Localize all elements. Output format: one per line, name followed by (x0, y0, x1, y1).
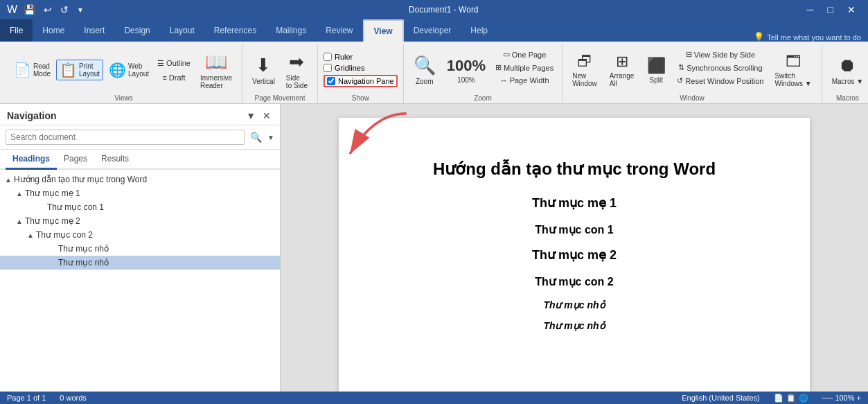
one-page-button[interactable]: ▭ One Page (493, 49, 556, 60)
tab-view[interactable]: View (363, 19, 404, 42)
tree-item-h2-me2[interactable]: ▲ Thư mục mẹ 2 (0, 214, 280, 228)
tree-arrow-h1-main: ▲ (3, 176, 14, 184)
side-to-side-button[interactable]: ➡ Sideto Side (282, 46, 312, 94)
search-input[interactable] (6, 130, 245, 145)
views-group-label: Views (6, 94, 242, 102)
new-window-button[interactable]: 🗗 NewWindow (568, 46, 601, 94)
tree-item-h3-con1[interactable]: ▶ Thư mục con 1 (0, 200, 280, 214)
outline-icon: ☰ (157, 59, 164, 68)
print-layout-button[interactable]: 📋 PrintLayout (56, 60, 103, 80)
close-btn[interactable]: ✕ (842, 3, 861, 17)
navigation-pane-checkbox[interactable] (327, 77, 335, 85)
reset-window-icon: ↺ (677, 76, 683, 85)
quick-access-dropdown[interactable]: ▼ (75, 5, 86, 15)
tab-insert[interactable]: Insert (74, 19, 114, 42)
tab-pages[interactable]: Pages (57, 150, 94, 170)
split-label: Split (650, 76, 663, 84)
macros-icon: ⏺ (838, 55, 856, 76)
nav-pane-header: Navigation ▼ ✕ (0, 104, 280, 125)
tree-label-h4-nho2: Thư mục nhỏ (58, 258, 109, 267)
one-page-label: One Page (512, 51, 547, 59)
ribbon-group-window: 🗗 NewWindow ⊞ ArrangeAll ⬛ Split ⊟ View … (563, 44, 822, 103)
split-button[interactable]: ⬛ Split (642, 46, 670, 94)
macros-button[interactable]: ⏺ Macros ▼ (828, 46, 867, 94)
vertical-icon: ⬇ (256, 55, 271, 76)
word-icon: W (7, 3, 17, 16)
draft-button[interactable]: ≡ Draft (154, 72, 193, 83)
nav-pane-close-icon[interactable]: ✕ (260, 109, 273, 122)
tree-item-h3-con2[interactable]: ▲ Thư mục con 2 (0, 228, 280, 242)
synchronous-scrolling-label: Synchronous Scrolling (687, 64, 762, 72)
print-layout-label: PrintLayout (79, 62, 100, 78)
maximize-btn[interactable]: □ (822, 3, 839, 17)
new-window-label: NewWindow (572, 72, 597, 87)
quick-access-save[interactable]: 💾 (21, 3, 37, 17)
read-mode-button[interactable]: 📄 ReadMode (11, 60, 53, 80)
outline-label: Outline (166, 59, 191, 67)
quick-access-redo[interactable]: ↺ (58, 3, 71, 17)
tab-headings[interactable]: Headings (6, 150, 57, 170)
switch-windows-button[interactable]: 🗔 SwitchWindows ▼ (770, 46, 815, 94)
side-to-side-label: Sideto Side (286, 74, 308, 89)
print-layout-icon: 📋 (60, 62, 77, 78)
window-title: Document1 - Word (409, 5, 478, 15)
web-layout-icon: 🌐 (109, 62, 126, 78)
tree-label-h1-main: Hướng dẫn tạo thư mục trong Word (14, 175, 147, 184)
tab-design[interactable]: Design (114, 19, 159, 42)
tab-review[interactable]: Review (316, 19, 362, 42)
page-width-label: Page Width (510, 76, 549, 85)
tab-layout[interactable]: Layout (160, 19, 204, 42)
vertical-label: Vertical (252, 78, 275, 85)
window-group-label: Window (563, 94, 822, 102)
tab-references[interactable]: References (204, 19, 266, 42)
synchronous-scrolling-button[interactable]: ⇅ Synchronous Scrolling (674, 62, 766, 73)
multiple-pages-button[interactable]: ⊞ Multiple Pages (493, 62, 556, 73)
outline-button[interactable]: ☰ Outline (154, 58, 193, 69)
navigation-pane-checkbox-label[interactable]: Navigation Pane (324, 75, 398, 87)
tab-file[interactable]: File (0, 19, 33, 42)
page-width-button[interactable]: ↔ Page Width (493, 75, 556, 86)
view-side-by-side-button[interactable]: ⊟ View Side by Side (674, 49, 766, 60)
quick-access-undo[interactable]: ↩ (42, 3, 54, 17)
zoom-slider-area[interactable]: ── 100% + (822, 394, 861, 402)
tree-item-h2-me1[interactable]: ▲ Thư mục mẹ 1 (0, 186, 280, 200)
title-bar: W 💾 ↩ ↺ ▼ Document1 - Word ─ □ ✕ (0, 0, 868, 19)
zoom-button[interactable]: 🔍 Zoom (409, 46, 440, 94)
vertical-button[interactable]: ⬇ Vertical (248, 46, 279, 94)
search-icon[interactable]: 🔍 (247, 130, 265, 144)
web-layout-status-icon[interactable]: 🌐 (799, 394, 808, 403)
tab-results[interactable]: Results (94, 150, 136, 170)
tree-item-h1-main[interactable]: ▲ Hướng dẫn tạo thư mục trong Word (0, 173, 280, 186)
100percent-button[interactable]: 100% 100% (443, 46, 490, 94)
immersive-reader-button[interactable]: 📖 ImmersiveReader (196, 46, 236, 94)
gridlines-checkbox-label[interactable]: Gridlines (324, 64, 364, 72)
tree-item-h4-nho2[interactable]: ▶ Thư mục nhỏ (0, 256, 280, 270)
reset-window-position-button[interactable]: ↺ Reset Window Position (674, 75, 766, 87)
tab-home[interactable]: Home (33, 19, 74, 42)
tab-developer[interactable]: Developer (404, 19, 461, 42)
read-mode-label: ReadMode (33, 62, 51, 78)
navigation-pane: Navigation ▼ ✕ 🔍 ▼ Headings Pages Result… (0, 104, 281, 392)
nav-pane-dropdown-icon[interactable]: ▼ (244, 109, 258, 122)
tree-label-h2-me2: Thư mục mẹ 2 (25, 216, 80, 226)
document-page: Hướng dẫn tạo thư mục trong Word Thư mục… (339, 118, 810, 392)
status-page: Page 1 of 1 (7, 394, 46, 402)
zoom-label: Zoom (416, 78, 434, 85)
arrange-all-button[interactable]: ⊞ ArrangeAll (605, 46, 639, 94)
zoom-group-label: Zoom (404, 94, 562, 102)
search-dropdown-icon[interactable]: ▼ (267, 134, 274, 141)
ruler-label: Ruler (335, 53, 353, 61)
gridlines-checkbox[interactable] (324, 64, 332, 72)
tell-me-input[interactable]: Tell me what you want to do (767, 33, 861, 42)
tab-help[interactable]: Help (461, 19, 497, 42)
tab-mailings[interactable]: Mailings (266, 19, 316, 42)
read-mode-status-icon[interactable]: 📄 (774, 394, 783, 403)
ruler-checkbox[interactable] (324, 53, 332, 61)
ribbon-tab-bar: File Home Insert Design Layout Reference… (0, 19, 868, 42)
ruler-checkbox-label[interactable]: Ruler (324, 53, 353, 61)
status-words: 0 words (60, 394, 87, 402)
tree-item-h4-nho1[interactable]: ▶ Thư mục nhỏ (0, 242, 280, 256)
minimize-btn[interactable]: ─ (801, 3, 820, 17)
print-layout-status-icon[interactable]: 📋 (786, 394, 796, 403)
web-layout-button[interactable]: 🌐 WebLayout (106, 60, 152, 80)
